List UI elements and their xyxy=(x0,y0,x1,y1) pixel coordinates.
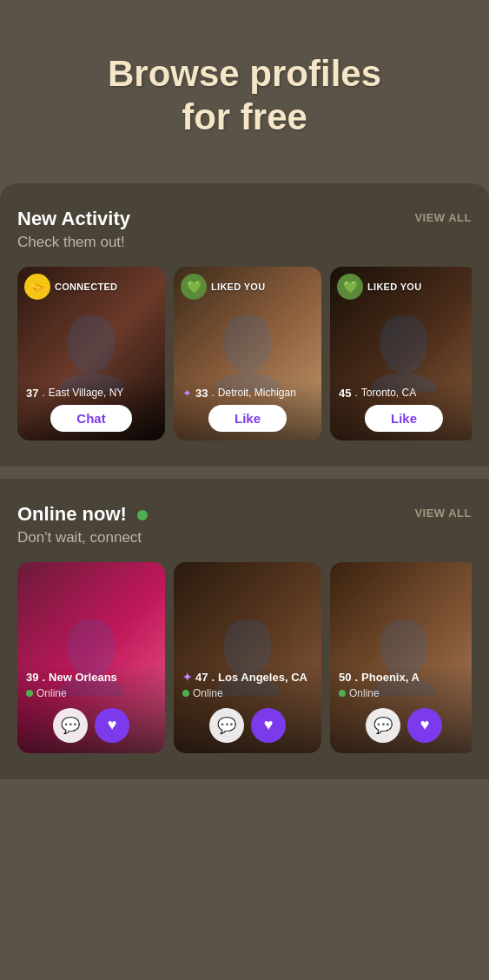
card-location-0: 37 . East Village, NY xyxy=(26,387,156,400)
like-button-1[interactable]: Like xyxy=(208,405,287,432)
new-activity-header: New Activity VIEW ALL xyxy=(17,208,472,230)
online-card-1: 👤 ✦ 47 . Los Angeles, CA Online 💬 ♥ xyxy=(174,562,321,753)
online-status-1: Online xyxy=(182,687,313,699)
badge-liked-you-2: 💚 LIKED YOU xyxy=(337,274,421,300)
online-star-1: ✦ xyxy=(182,671,192,684)
liked-you-icon-1: 💚 xyxy=(181,274,207,300)
activity-card-1: 👤 💚 LIKED YOU ✦ 33 . Detroit, Michigan L… xyxy=(174,267,321,440)
online-now-title: Online now! xyxy=(17,503,148,526)
card-location-2: 45 . Toronto, CA xyxy=(339,387,469,400)
online-actions-0: 💬 ♥ xyxy=(26,708,156,743)
online-cards-row: 👤 39 . New Orleans Online 💬 ♥ xyxy=(17,562,472,753)
online-heart-button-1[interactable]: ♥ xyxy=(251,708,286,743)
card-bottom-0: 37 . East Village, NY Chat xyxy=(17,380,165,440)
online-card-info-0: 39 . New Orleans xyxy=(26,671,156,684)
status-dot-0 xyxy=(26,690,33,697)
status-dot-2 xyxy=(339,690,346,697)
online-card-bottom-2: 50 . Phoenix, A Online 💬 ♥ xyxy=(330,664,472,753)
online-chat-button-0[interactable]: 💬 xyxy=(53,708,88,743)
online-card-info-2: 50 . Phoenix, A xyxy=(339,671,469,684)
online-now-section: Online now! VIEW ALL Don't wait, connect… xyxy=(0,479,489,779)
online-card-bottom-1: ✦ 47 . Los Angeles, CA Online 💬 ♥ xyxy=(174,664,321,753)
online-card-2: 👤 50 . Phoenix, A Online 💬 ♥ xyxy=(330,562,472,753)
new-activity-section: New Activity VIEW ALL Check them out! 👤 … xyxy=(0,183,489,467)
badge-label-1: LIKED YOU xyxy=(211,281,265,292)
online-card-bottom-0: 39 . New Orleans Online 💬 ♥ xyxy=(17,664,165,753)
online-now-header: Online now! VIEW ALL xyxy=(17,503,472,526)
badge-connected: 🤝 CONNECTED xyxy=(24,274,117,300)
badge-label-0: CONNECTED xyxy=(55,281,117,292)
online-actions-1: 💬 ♥ xyxy=(182,708,313,743)
card-location-1: ✦ 33 . Detroit, Michigan xyxy=(182,387,313,400)
online-view-all[interactable]: VIEW ALL xyxy=(414,507,472,520)
new-activity-title: New Activity xyxy=(17,208,130,230)
online-status-0: Online xyxy=(26,687,156,699)
online-indicator xyxy=(137,510,148,520)
online-chat-button-2[interactable]: 💬 xyxy=(366,708,400,743)
online-chat-button-1[interactable]: 💬 xyxy=(209,708,244,743)
chat-button-0[interactable]: Chat xyxy=(50,405,131,432)
online-heart-button-0[interactable]: ♥ xyxy=(95,708,129,743)
connected-icon: 🤝 xyxy=(24,274,50,300)
online-now-subtitle: Don't wait, connect xyxy=(17,529,472,546)
badge-label-2: LIKED YOU xyxy=(367,281,421,292)
online-card-0: 👤 39 . New Orleans Online 💬 ♥ xyxy=(17,562,165,753)
star-icon-1: ✦ xyxy=(182,387,192,400)
online-status-2: Online xyxy=(339,687,469,699)
liked-you-icon-2: 💚 xyxy=(337,274,363,300)
hero-title: Browse profiles for free xyxy=(35,52,454,140)
online-heart-button-2[interactable]: ♥ xyxy=(407,708,442,743)
activity-card-2: 👤 💚 LIKED YOU 45 . Toronto, CA Like xyxy=(330,267,472,440)
card-bottom-1: ✦ 33 . Detroit, Michigan Like xyxy=(174,380,321,440)
online-card-info-1: ✦ 47 . Los Angeles, CA xyxy=(182,671,313,684)
hero-section: Browse profiles for free xyxy=(0,0,489,175)
activity-card-0: 👤 🤝 CONNECTED 37 . East Village, NY Chat xyxy=(17,267,165,440)
badge-liked-you-1: 💚 LIKED YOU xyxy=(181,274,265,300)
like-button-2[interactable]: Like xyxy=(365,405,443,432)
activity-cards-row: 👤 🤝 CONNECTED 37 . East Village, NY Chat… xyxy=(17,267,472,440)
status-dot-1 xyxy=(182,690,189,697)
new-activity-subtitle: Check them out! xyxy=(17,234,472,251)
new-activity-view-all[interactable]: VIEW ALL xyxy=(414,211,472,224)
card-bottom-2: 45 . Toronto, CA Like xyxy=(330,380,472,440)
online-actions-2: 💬 ♥ xyxy=(339,708,469,743)
